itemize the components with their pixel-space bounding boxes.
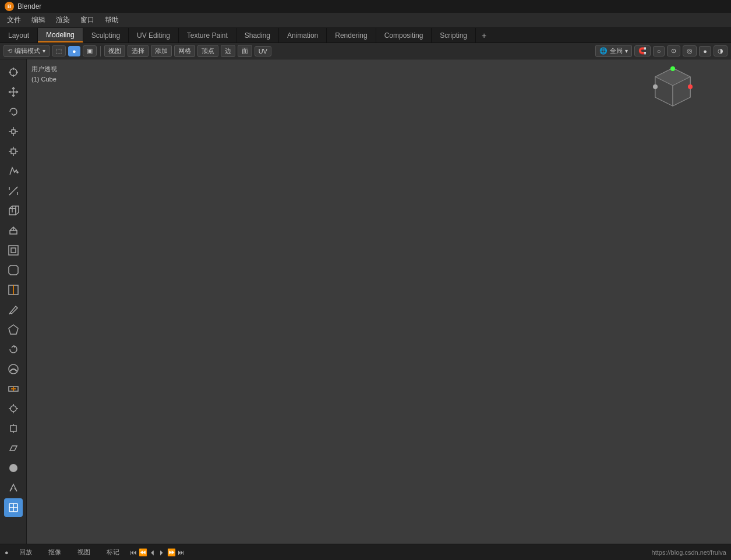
poly-build-icon[interactable] bbox=[4, 320, 23, 339]
inset-icon[interactable] bbox=[4, 241, 23, 260]
perspective-label: 用户透视 bbox=[31, 64, 57, 75]
move-tool-icon[interactable] bbox=[4, 83, 23, 101]
view-tab[interactable]: 视图 bbox=[72, 547, 96, 558]
solid-mode[interactable]: ● bbox=[699, 46, 711, 56]
keying-tab[interactable]: 抠像 bbox=[43, 547, 67, 558]
menu-window[interactable]: 窗口 bbox=[76, 14, 99, 26]
viewport-toolbar: ⟲ 编辑模式 ⬚ ● ▣ 视图 选择 添加 网格 顶点 边 面 UV 🌐 全局 … bbox=[0, 43, 731, 59]
object-name-label: (1) Cube bbox=[31, 75, 57, 85]
blender-logo-icon: B bbox=[5, 2, 14, 11]
playback-tab[interactable]: 回放 bbox=[13, 547, 38, 558]
url-text: https://blog.csdn.net/fruiva bbox=[652, 549, 726, 556]
svg-rect-9 bbox=[10, 231, 17, 234]
svg-point-19 bbox=[9, 464, 17, 472]
left-sidebar bbox=[0, 59, 27, 544]
titlebar: B Blender bbox=[0, 0, 731, 13]
cursor-tool-icon[interactable] bbox=[4, 63, 23, 81]
extrude-icon[interactable] bbox=[4, 221, 23, 240]
global-dropdown[interactable]: 🌐 全局 bbox=[595, 45, 632, 57]
edge-select[interactable]: ▣ bbox=[83, 45, 97, 56]
menu-file[interactable]: 文件 bbox=[2, 14, 26, 26]
main-area: 用户透视 (1) Cube bbox=[0, 59, 731, 544]
tab-animation[interactable]: Animation bbox=[279, 28, 327, 42]
tab-sculpting[interactable]: Sculpting bbox=[83, 28, 129, 42]
tab-texture-paint[interactable]: Texture Paint bbox=[179, 28, 236, 42]
bevel-icon[interactable] bbox=[4, 261, 23, 279]
proportional-edit[interactable]: ○ bbox=[653, 46, 665, 56]
annotate-tool-icon[interactable] bbox=[4, 162, 23, 180]
measure-tool-icon[interactable] bbox=[4, 182, 23, 200]
loop-cut-icon[interactable] bbox=[4, 281, 23, 299]
to-sphere-icon[interactable] bbox=[4, 459, 23, 477]
view-menu[interactable]: 视图 bbox=[104, 45, 125, 57]
xray-button[interactable]: ◎ bbox=[683, 45, 697, 56]
add-menu[interactable]: 添加 bbox=[151, 45, 172, 57]
snap-button[interactable]: 🧲 bbox=[634, 45, 651, 56]
uv-menu[interactable]: UV bbox=[255, 46, 271, 56]
tab-uv-editing[interactable]: UV Editing bbox=[129, 28, 179, 42]
statusbar: ● 回放 抠像 视图 标记 ⏮ ⏪ ⏴ ⏵ ⏩ ⏭ https://blog.c… bbox=[0, 544, 731, 560]
svg-point-7 bbox=[17, 172, 18, 173]
add-cube-icon[interactable] bbox=[4, 201, 23, 220]
tab-compositing[interactable]: Compositing bbox=[376, 28, 432, 42]
menu-render[interactable]: 渲染 bbox=[51, 14, 75, 26]
workspace-tabs: Layout Modeling Sculpting UV Editing Tex… bbox=[0, 28, 731, 43]
active-tool-icon[interactable] bbox=[4, 498, 23, 517]
tab-scripting[interactable]: Scripting bbox=[432, 28, 476, 42]
scale-tool-icon[interactable] bbox=[4, 122, 23, 141]
mode-dropdown[interactable]: ⟲ 编辑模式 bbox=[3, 45, 50, 57]
svg-rect-6 bbox=[11, 149, 16, 154]
svg-point-92 bbox=[670, 66, 675, 71]
shading-modes[interactable]: ◑ bbox=[714, 45, 728, 56]
rotate-tool-icon[interactable] bbox=[4, 102, 23, 121]
svg-rect-10 bbox=[9, 246, 18, 255]
mode-label: 编辑模式 bbox=[15, 47, 40, 55]
tab-layout[interactable]: Layout bbox=[0, 28, 38, 42]
viewport-info: 用户透视 (1) Cube bbox=[31, 64, 57, 84]
markers-tab[interactable]: 标记 bbox=[101, 547, 125, 558]
menu-edit[interactable]: 编辑 bbox=[27, 14, 50, 26]
overlay-button[interactable]: ⊙ bbox=[667, 45, 680, 56]
vertex-menu[interactable]: 顶点 bbox=[197, 45, 218, 57]
tab-modeling[interactable]: Modeling bbox=[38, 28, 83, 42]
wireframe-toggle[interactable]: ⬚ bbox=[52, 45, 66, 56]
edge-slide-icon[interactable] bbox=[4, 380, 23, 398]
add-workspace-button[interactable]: + bbox=[476, 28, 492, 42]
viewport[interactable]: 用户透视 (1) Cube bbox=[27, 59, 731, 544]
rip-icon[interactable] bbox=[4, 479, 23, 497]
shrink-fatten-icon[interactable] bbox=[4, 399, 23, 418]
shear-icon[interactable] bbox=[4, 439, 23, 458]
mesh-menu[interactable]: 网格 bbox=[174, 45, 195, 57]
svg-point-91 bbox=[688, 84, 693, 89]
tab-rendering[interactable]: Rendering bbox=[327, 28, 376, 42]
select-menu[interactable]: 选择 bbox=[128, 45, 149, 57]
face-menu[interactable]: 面 bbox=[238, 45, 252, 57]
smooth-icon[interactable] bbox=[4, 360, 23, 378]
separator-1 bbox=[100, 46, 101, 56]
navigation-gizmo[interactable] bbox=[649, 65, 696, 112]
vertex-select[interactable]: ● bbox=[68, 46, 80, 56]
knife-icon[interactable] bbox=[4, 300, 23, 319]
svg-marker-14 bbox=[9, 325, 18, 334]
transform-tool-icon[interactable] bbox=[4, 142, 23, 161]
menubar: 文件 编辑 渲染 窗口 帮助 bbox=[0, 13, 731, 28]
menu-help[interactable]: 帮助 bbox=[100, 14, 123, 26]
svg-point-93 bbox=[653, 84, 658, 89]
status-left: ● 回放 抠像 视图 标记 ⏮ ⏪ ⏴ ⏵ ⏩ ⏭ bbox=[5, 547, 185, 558]
svg-rect-11 bbox=[11, 248, 16, 253]
spin-icon[interactable] bbox=[4, 340, 23, 359]
global-label: 全局 bbox=[610, 47, 623, 55]
edge-menu[interactable]: 边 bbox=[221, 45, 235, 57]
tab-shading[interactable]: Shading bbox=[236, 28, 279, 42]
svg-point-18 bbox=[10, 406, 16, 412]
push-pull-icon[interactable] bbox=[4, 419, 23, 438]
app-title: Blender bbox=[17, 2, 41, 10]
svg-rect-5 bbox=[12, 130, 15, 133]
